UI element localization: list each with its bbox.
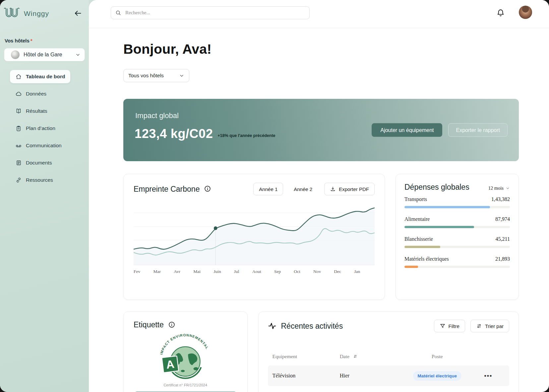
column-header-date[interactable]: Date xyxy=(340,354,402,359)
month-label: Oct xyxy=(294,269,300,274)
period-dropdown[interactable]: 12 mois xyxy=(488,185,510,191)
expense-bar-track xyxy=(404,206,510,208)
certificate-number: Certificat n° FR/1721/2024 xyxy=(134,383,237,387)
month-label: Avr xyxy=(174,269,180,274)
expense-bar-track xyxy=(404,266,510,268)
search-box[interactable] xyxy=(111,6,310,19)
expense-bar-fill xyxy=(404,246,440,248)
etiquette-card: Etiquette IMPACT ENVIRONNEMENTAL xyxy=(123,311,248,392)
impact-global-card: Impact global 123,4 kg/C02 +18% que l'an… xyxy=(123,99,519,161)
sidebar-item-communication[interactable]: Communication xyxy=(10,139,70,152)
sidebar-item-plan-d-action[interactable]: Plan d’action xyxy=(10,122,70,135)
sidebar-item-resultats[interactable]: Résultats xyxy=(10,104,70,118)
environmental-badge: IMPACT ENVIRONNEMENTAL xyxy=(134,331,237,382)
sidebar-item-tableau-de-bord[interactable]: Tableau de bord xyxy=(10,70,70,83)
sidebar-item-documents[interactable]: Documents xyxy=(10,156,70,169)
info-icon xyxy=(168,321,175,328)
carbon-chart: FevMarAvrMaiJuinJulAoutSepOctNovDecJan xyxy=(134,199,375,274)
search-icon xyxy=(115,10,121,16)
expense-row-materiels-electriques: Matériels électriques21,893 xyxy=(404,256,510,268)
chart-month-labels: FevMarAvrMaiJuinJulAoutSepOctNovDecJan xyxy=(134,269,360,274)
column-header-poste: Poste xyxy=(432,354,443,359)
app-window: Winggy Vos hôtels* Hôtel de la Gare Tabl… xyxy=(0,0,549,392)
chevron-down-icon xyxy=(75,52,81,57)
column-header-equipement: Equipement xyxy=(273,354,340,359)
etiquette-info-button[interactable] xyxy=(168,321,176,329)
notifications-bell-button[interactable] xyxy=(495,8,506,19)
activities-title: Récentes activités xyxy=(281,322,343,331)
svg-text:A: A xyxy=(165,358,175,371)
clipboard-icon xyxy=(15,125,22,132)
link-icon xyxy=(15,177,22,183)
month-label: Jan xyxy=(354,269,360,274)
sort-button[interactable]: Trier par xyxy=(470,320,509,332)
month-label: Sep xyxy=(274,269,281,274)
expenses-title: Dépenses globales xyxy=(404,183,469,192)
hotel-selector-value: Hôtel de la Gare xyxy=(24,52,62,58)
activity-row[interactable]: TélévisionHierMatériel électrique••• xyxy=(268,365,510,386)
global-expenses-card: Dépenses globales 12 mois Transports1,43… xyxy=(396,174,519,300)
user-avatar[interactable] xyxy=(519,6,532,19)
bell-icon xyxy=(496,9,505,17)
topbar xyxy=(89,0,549,28)
table-body: TélévisionHierMatériel électrique••• xyxy=(268,365,510,386)
expense-label: Blanchisserie xyxy=(404,236,433,242)
date-cell: Hier xyxy=(340,372,402,379)
hotel-filter-dropdown[interactable]: Tous vos hôtels xyxy=(123,69,189,82)
expense-row-blanchisserie: Blanchisserie45,211 xyxy=(404,236,510,248)
expense-bar-track xyxy=(404,246,510,248)
carbon-info-button[interactable] xyxy=(204,185,212,193)
required-asterisk: * xyxy=(30,38,32,43)
row-more-button[interactable]: ••• xyxy=(482,372,494,380)
search-input[interactable] xyxy=(125,10,305,16)
export-report-button[interactable]: Exporter le rapport xyxy=(448,123,508,137)
main-panel: Bonjour, Ava! Tous vos hôtels Impact glo… xyxy=(89,0,549,392)
etiquette-title: Etiquette xyxy=(134,320,164,329)
expense-value: 45,211 xyxy=(496,236,510,242)
voicemail-icon xyxy=(15,142,22,149)
winggy-logo-icon xyxy=(3,5,23,22)
chart-marker-dot[interactable] xyxy=(214,227,217,230)
hotels-section-label: Vos hôtels* xyxy=(5,38,89,43)
carbon-title: Empreinte Carbone xyxy=(134,185,200,194)
logo-row: Winggy xyxy=(0,0,89,22)
carbon-footprint-card: Empreinte Carbone Année 1 Année 2 Export… xyxy=(123,174,385,300)
month-label: Dec xyxy=(334,269,341,274)
sidebar-item-ressources[interactable]: Ressources xyxy=(10,173,70,187)
expense-bar-fill xyxy=(404,206,490,208)
book-icon xyxy=(15,108,22,114)
export-pdf-button[interactable]: Exporter PDF xyxy=(324,183,375,195)
expense-bar-fill xyxy=(404,266,418,268)
expense-value: 1,43,382 xyxy=(491,196,510,202)
dashboard-content: Bonjour, Ava! Tous vos hôtels Impact glo… xyxy=(89,28,549,392)
arrow-left-icon xyxy=(74,9,82,17)
cloud-icon xyxy=(15,91,22,97)
filter-button[interactable]: Filtre xyxy=(434,320,465,332)
expense-label: Transports xyxy=(404,196,427,202)
collapse-sidebar-button[interactable] xyxy=(73,9,83,19)
expense-value: 87,974 xyxy=(495,216,510,222)
expense-row-alimentaire: Alimentaire87,974 xyxy=(404,216,510,228)
year1-button[interactable]: Année 1 xyxy=(253,183,283,195)
month-label: Nov xyxy=(313,269,321,274)
month-label: Jul xyxy=(234,269,239,274)
chevron-down-icon xyxy=(179,73,184,78)
recent-activities-card: Récentes activités Filtre Trier par Equi… xyxy=(258,311,519,392)
sort-arrows-icon xyxy=(476,323,482,329)
sidebar: Winggy Vos hôtels* Hôtel de la Gare Tabl… xyxy=(0,0,89,392)
table-header: EquipementDate Poste xyxy=(268,354,510,359)
chevron-down-icon xyxy=(506,186,510,190)
sidebar-item-donnees[interactable]: Données xyxy=(10,87,70,100)
expense-row-transports: Transports1,43,382 xyxy=(404,196,510,208)
info-icon xyxy=(204,185,211,192)
activity-pulse-icon xyxy=(268,322,276,330)
year2-button[interactable]: Année 2 xyxy=(288,183,318,195)
hotel-thumbnail xyxy=(11,50,20,59)
expense-bar-track xyxy=(404,226,510,228)
home-icon xyxy=(15,73,22,80)
hotel-selector-dropdown[interactable]: Hôtel de la Gare xyxy=(4,48,85,61)
page-title: Bonjour, Ava! xyxy=(123,41,519,57)
app-name: Winggy xyxy=(24,10,49,18)
poste-badge: Matériel électrique xyxy=(413,371,462,381)
add-equipment-button[interactable]: Ajouter un équipement xyxy=(372,123,442,137)
